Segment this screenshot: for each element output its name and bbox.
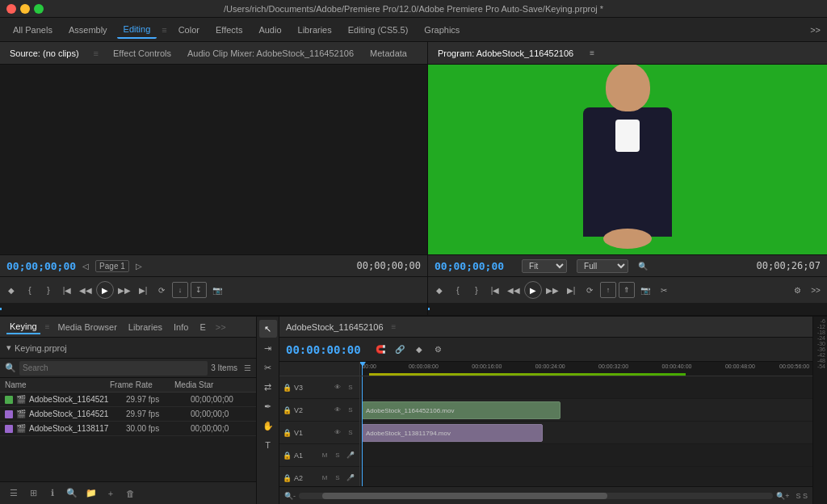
track-row-v3[interactable] <box>360 376 812 399</box>
file-item-1[interactable]: 🎬 AdobeStock_1164521 29.97 fps 00;00;00;… <box>0 407 256 422</box>
program-go-in-btn[interactable]: |◀ <box>487 282 503 298</box>
tl-zoom-out-btn[interactable]: 🔍- <box>284 492 296 500</box>
workspace-audio[interactable]: Audio <box>252 22 288 38</box>
program-out-point-btn[interactable]: } <box>468 282 485 298</box>
program-zoom-btn[interactable]: 🔍 <box>635 258 651 274</box>
workspace-libraries[interactable]: Libraries <box>292 22 338 38</box>
source-prev-page-btn[interactable]: ◁ <box>82 262 89 271</box>
source-insert-btn[interactable]: ↓ <box>172 282 188 298</box>
project-tab-libraries[interactable]: Libraries <box>125 321 166 334</box>
source-overwrite-btn[interactable]: ↧ <box>191 282 207 298</box>
workspace-editing-cs55[interactable]: Editing (CS5.5) <box>342 22 415 38</box>
program-play-btn[interactable]: ▶ <box>524 281 542 299</box>
list-view-icon[interactable]: ☰ <box>244 363 251 372</box>
timeline-ruler[interactable]: 00:00 00:00:08:00 00:00:16:00 00:00:24:0… <box>360 362 812 376</box>
track-row-a1[interactable] <box>360 444 812 467</box>
search-input[interactable] <box>19 361 208 376</box>
source-marker-btn[interactable]: ◆ <box>3 282 19 298</box>
footer-new-bin-btn[interactable]: 📁 <box>84 486 99 501</box>
v2-sync-btn[interactable]: S <box>345 405 356 416</box>
a2-mute-btn[interactable]: M <box>319 472 330 484</box>
timeline-scroll-thumb[interactable] <box>322 493 607 499</box>
v3-lock-icon[interactable]: 🔒 <box>283 384 292 392</box>
program-loop-btn[interactable]: ⟳ <box>581 282 598 298</box>
col-framerate[interactable]: Frame Rate <box>110 380 174 389</box>
v1-visibility-btn[interactable]: 👁 <box>332 427 343 439</box>
workspace-all-panels[interactable]: All Panels <box>6 22 59 38</box>
col-name[interactable]: Name <box>5 380 110 389</box>
program-marker-btn[interactable]: ◆ <box>431 282 447 298</box>
project-tab-info[interactable]: Info <box>170 321 191 334</box>
v3-visibility-btn[interactable]: 👁 <box>332 382 343 393</box>
tl-magnet-btn[interactable]: 🧲 <box>372 342 388 358</box>
footer-delete-btn[interactable]: 🗑 <box>123 486 137 501</box>
v3-sync-btn[interactable]: S <box>345 382 356 393</box>
project-tab-effects[interactable]: E <box>196 321 208 334</box>
source-camera-btn[interactable]: 📷 <box>209 282 225 298</box>
program-trim-btn[interactable]: ✂ <box>656 282 672 298</box>
source-go-out-btn[interactable]: ▶| <box>135 282 151 298</box>
program-resolution-dropdown[interactable]: Full Half Quarter <box>577 259 628 273</box>
tl-zoom-in-btn[interactable]: 🔍+ <box>776 492 789 500</box>
source-page-selector[interactable]: Page 1 <box>95 260 129 272</box>
program-settings-btn[interactable]: ⚙ <box>789 282 805 298</box>
source-loop-btn[interactable]: ⟳ <box>153 282 170 298</box>
source-scrubber[interactable] <box>0 303 427 316</box>
track-row-v2[interactable]: AdobeStock_1164452106.mov <box>360 399 812 422</box>
close-button[interactable] <box>6 4 16 14</box>
minimize-button[interactable] <box>20 4 30 14</box>
tool-hand[interactable]: ✋ <box>259 417 277 435</box>
footer-metadata-btn[interactable]: ℹ <box>45 486 60 501</box>
project-tab-media-browser[interactable]: Media Browser <box>54 321 120 334</box>
program-go-out-btn[interactable]: ▶| <box>563 282 579 298</box>
footer-icon-view-btn[interactable]: ⊞ <box>26 486 40 501</box>
workspace-more-button[interactable]: >> <box>810 25 821 35</box>
file-item-2[interactable]: 🎬 AdobeStock_1138117 30.00 fps 00;00;00;… <box>0 422 256 436</box>
footer-new-item-btn[interactable]: + <box>103 486 118 501</box>
tool-razor[interactable]: ✂ <box>259 359 277 376</box>
program-extract-btn[interactable]: ⇑ <box>619 282 635 298</box>
program-more-btn[interactable]: >> <box>808 282 824 298</box>
v2-visibility-btn[interactable]: 👁 <box>332 405 343 416</box>
source-tab-effect-controls[interactable]: Effect Controls <box>110 47 174 60</box>
v2-lock-icon[interactable]: 🔒 <box>283 406 292 414</box>
track-row-a2[interactable] <box>360 467 812 486</box>
a1-mute-btn[interactable]: M <box>319 450 330 461</box>
project-more-tabs[interactable]: >> <box>216 322 226 332</box>
a1-mic-btn[interactable]: 🎤 <box>345 450 356 461</box>
source-play-btn[interactable]: ▶ <box>96 281 114 299</box>
timeline-scrollbar[interactable] <box>299 493 773 499</box>
program-lift-btn[interactable]: ↑ <box>600 282 616 298</box>
program-in-point-btn[interactable]: { <box>450 282 466 298</box>
project-tab-keying[interactable]: Keying <box>6 320 40 334</box>
a2-solo-btn[interactable]: S <box>332 472 343 484</box>
source-go-in-btn[interactable]: |◀ <box>59 282 75 298</box>
source-in-point-btn[interactable]: { <box>22 282 38 298</box>
a2-lock-icon[interactable]: 🔒 <box>283 474 292 482</box>
program-tab[interactable]: Program: AdobeStock_116452106 <box>434 47 577 60</box>
workspace-color[interactable]: Color <box>172 22 206 38</box>
footer-search-icon[interactable]: 🔍 <box>65 486 79 501</box>
timeline-tab-sequence[interactable]: AdobeStock_116452106 <box>286 322 384 332</box>
window-controls[interactable] <box>6 4 44 14</box>
col-mediastart[interactable]: Media Star <box>174 380 251 389</box>
program-step-fwd-btn[interactable]: ▶▶ <box>544 282 560 298</box>
timeline-timecode[interactable]: 00:00:00:00 <box>286 343 361 356</box>
source-step-fwd-btn[interactable]: ▶▶ <box>116 282 132 298</box>
clip-v2-adobestock[interactable]: AdobeStock_1164452106.mov <box>362 401 560 419</box>
tool-select[interactable]: ↖ <box>259 320 277 338</box>
workspace-graphics[interactable]: Graphics <box>418 22 466 38</box>
tool-type[interactable]: T <box>259 436 277 454</box>
workspace-editing[interactable]: Editing <box>117 21 157 39</box>
source-tab-source[interactable]: Source: (no clips) <box>6 47 82 60</box>
tool-slip[interactable]: ⇄ <box>259 378 277 396</box>
tool-ripple[interactable]: ⇥ <box>259 339 277 357</box>
maximize-button[interactable] <box>34 4 44 14</box>
source-tab-metadata[interactable]: Metadata <box>367 47 410 60</box>
tool-pen[interactable]: ✒ <box>259 397 277 415</box>
source-tab-audio-clip-mixer[interactable]: Audio Clip Mixer: AdobeStock_116452106 <box>184 47 357 60</box>
tl-marker-btn[interactable]: ◆ <box>411 342 427 358</box>
workspace-effects[interactable]: Effects <box>209 22 249 38</box>
a1-lock-icon[interactable]: 🔒 <box>283 452 292 460</box>
source-timecode-start[interactable]: 00;00;00;00 <box>6 260 76 272</box>
